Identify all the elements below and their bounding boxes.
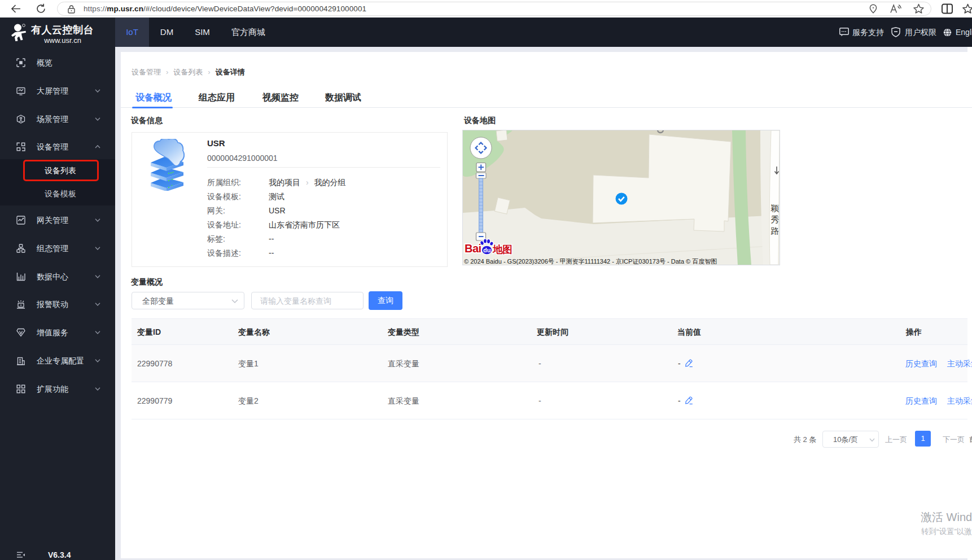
svg-text:颖: 颖	[770, 203, 780, 213]
svg-text:© 2024 Baidu - GS(2023)3206号 -: © 2024 Baidu - GS(2023)3206号 - 甲测资字11111…	[464, 258, 717, 265]
svg-text:Bai: Bai	[465, 242, 481, 255]
svg-text:秀: 秀	[771, 215, 780, 224]
svg-text:地图: 地图	[492, 244, 513, 255]
svg-text:du: du	[483, 247, 491, 253]
svg-text:路: 路	[771, 226, 780, 235]
